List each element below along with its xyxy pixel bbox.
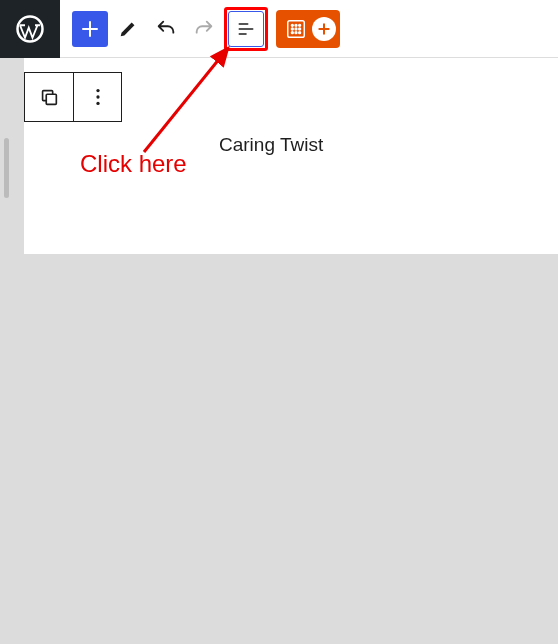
- add-block-button[interactable]: [72, 11, 108, 47]
- svg-point-14: [96, 95, 99, 98]
- svg-point-15: [96, 102, 99, 105]
- orange-add-icon[interactable]: [312, 17, 336, 41]
- grid-icon[interactable]: [280, 13, 312, 45]
- wordpress-logo[interactable]: [0, 0, 60, 58]
- svg-point-8: [291, 31, 293, 33]
- svg-point-3: [295, 24, 297, 26]
- scroll-indicator: [4, 138, 9, 198]
- svg-point-13: [96, 89, 99, 92]
- svg-point-7: [299, 28, 301, 30]
- svg-point-10: [299, 31, 301, 33]
- edit-mode-button[interactable]: [110, 11, 146, 47]
- svg-point-6: [295, 28, 297, 30]
- more-options-button[interactable]: [73, 73, 121, 121]
- duplicate-block-button[interactable]: [25, 73, 73, 121]
- post-title[interactable]: Caring Twist: [219, 134, 323, 156]
- document-outline-button[interactable]: [228, 11, 264, 47]
- toolbar-actions: [72, 7, 340, 51]
- annotation-label: Click here: [80, 150, 187, 178]
- svg-point-5: [291, 28, 293, 30]
- block-toolbar: [24, 72, 122, 122]
- orange-toolbar-group: [276, 10, 340, 48]
- svg-point-9: [295, 31, 297, 33]
- redo-button[interactable]: [186, 11, 222, 47]
- undo-button[interactable]: [148, 11, 184, 47]
- svg-point-4: [299, 24, 301, 26]
- editor-toolbar: [0, 0, 558, 58]
- svg-rect-12: [46, 94, 56, 104]
- svg-point-2: [291, 24, 293, 26]
- document-outline-highlight: [224, 7, 268, 51]
